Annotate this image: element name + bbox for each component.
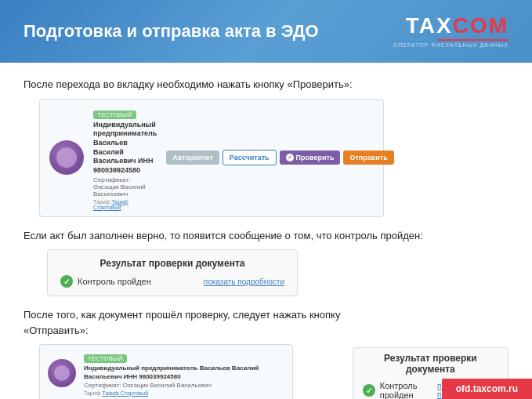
card-top-row-2: ТЕСТОВЫЙ Индивидуальный предприниматель … (48, 350, 284, 396)
card-tariff-1: Тариф Тариф Стартовый (93, 199, 157, 210)
check-circle-1: ✓ (60, 275, 73, 288)
card-buttons-1: Авторасчет Рассчитать ✓ Проверить Отправ… (166, 150, 394, 165)
btn-send-1[interactable]: Отправить (343, 151, 393, 165)
avatar-inner-2 (54, 365, 70, 381)
section-3-text: После того, как документ прошёл проверку… (24, 307, 508, 338)
result-card-1: Результат проверки документа ✓ Контроль … (47, 249, 298, 296)
section-1-text: После перехода во вкладку необходимо наж… (24, 77, 508, 92)
card-tag-2: ТЕСТОВЫЙ (84, 354, 127, 363)
card-cert-1: Сертификат: Озсэщик Василий Васильевич (93, 176, 157, 198)
result-status-1: Контроль пройден (78, 277, 151, 286)
card-tag-1: ТЕСТОВЫЙ (93, 111, 136, 119)
tariff-link-2[interactable]: Тариф Стартовый (102, 390, 148, 396)
btn-check[interactable]: ✓ Проверить (280, 151, 341, 165)
card-name-2: Индивидуальный предприниматель Васильев … (84, 365, 284, 381)
ui-card-1: ТЕСТОВЫЙ Индивидуальный предприниматель … (39, 99, 384, 217)
ui-card-2: ТЕСТОВЫЙ Индивидуальный предприниматель … (39, 344, 293, 399)
result-title-2: Результат проверки документа (363, 353, 498, 375)
logo-underline (438, 39, 508, 41)
card-name-1: Индивидуальный предприниматель Васильев … (93, 121, 157, 176)
card-tariff-2: Тариф Тариф Стартовый (84, 390, 284, 396)
main-content: После перехода во вкладку необходимо наж… (0, 63, 532, 399)
section-3: После того, как документ прошёл проверку… (24, 307, 508, 399)
check-circle-2: ✓ (363, 384, 375, 397)
section-2: Если акт был заполнен верно, то появится… (24, 228, 508, 297)
btn-calculate[interactable]: Рассчитать (223, 150, 277, 165)
section-2-text: Если акт был заполнен верно, то появится… (24, 228, 508, 244)
card-cert-2: Сертификат: Озсэщик Василий Васильевич (84, 382, 284, 389)
avatar-1 (49, 140, 84, 175)
result-title-1: Результат проверки документа (60, 258, 284, 269)
result-left-1: ✓ Контроль пройден (60, 275, 151, 288)
footer: ofd.taxcom.ru (442, 379, 532, 399)
card-info-2: ТЕСТОВЫЙ Индивидуальный предприниматель … (84, 350, 284, 396)
avatar-inner-1 (56, 147, 77, 168)
section-1: После перехода во вкладку необходимо наж… (24, 77, 508, 217)
logo-subtitle: ОПЕРАТОР ФИСКАЛЬНЫХ ДАННЫХ (393, 42, 508, 48)
footer-url: ofd.taxcom.ru (456, 383, 518, 394)
result-row-1: ✓ Контроль пройден показать подробности (60, 275, 284, 288)
logo: TAXCOM ОПЕРАТОР ФИСКАЛЬНЫХ ДАННЫХ (393, 15, 508, 48)
result-status-2: Контроль пройден (380, 381, 431, 399)
result-link-1[interactable]: показать подробности (204, 277, 284, 286)
btn-autocount[interactable]: Авторасчет (166, 151, 219, 165)
header: Подготовка и отправка акта в ЭДО TAXCOM … (0, 0, 532, 63)
logo-text: TAXCOM (406, 15, 508, 37)
result-left-2: ✓ Контроль пройден (363, 381, 431, 399)
check-icon: ✓ (286, 154, 294, 161)
page-title: Подготовка и отправка акта в ЭДО (24, 21, 319, 42)
avatar-2 (48, 359, 76, 387)
tariff-link-1[interactable]: Тариф Стартовый (93, 199, 128, 210)
card-info-1: ТЕСТОВЫЙ Индивидуальный предприниматель … (93, 106, 157, 210)
